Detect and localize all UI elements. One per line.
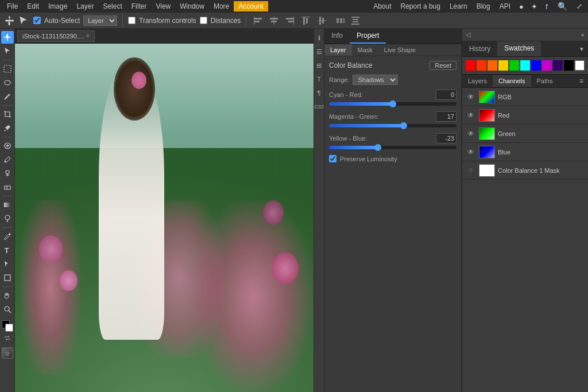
quick-mask-icon[interactable]: Q (2, 347, 13, 359)
layer-row-red[interactable]: 👁 Red (462, 106, 588, 125)
menu-window[interactable]: Window (175, 1, 209, 11)
menu-view[interactable]: View (151, 1, 175, 11)
canvas-tab[interactable]: iStock-1131150290.... × (17, 30, 95, 42)
swap-colors-icon[interactable] (3, 334, 11, 344)
align-middle-icon[interactable] (316, 14, 328, 27)
align-top-icon[interactable] (300, 14, 312, 27)
tool-path-select[interactable] (1, 258, 14, 270)
swatch-green[interactable] (509, 60, 519, 71)
layers-tab-channels[interactable]: Channels (493, 75, 531, 87)
tool-pen[interactable] (1, 230, 14, 243)
swatch-white[interactable] (575, 60, 585, 71)
align-center-icon[interactable] (268, 14, 280, 27)
tool-shape[interactable] (1, 271, 14, 284)
social-facebook-icon[interactable]: f (541, 1, 552, 11)
tool-lasso[interactable] (1, 76, 14, 89)
auto-select-checkbox[interactable] (33, 17, 41, 24)
tool-hand[interactable] (1, 289, 14, 302)
swatch-magenta[interactable] (542, 60, 552, 71)
layer-eye-green[interactable]: 👁 (466, 129, 476, 139)
social-reddit-icon[interactable]: ● (516, 1, 527, 11)
menu-blog[interactable]: Blog (473, 1, 494, 11)
menu-learn[interactable]: Learn (446, 1, 471, 11)
tool-text[interactable]: T (1, 244, 14, 257)
menu-image[interactable]: Image (44, 1, 72, 11)
swatch-red[interactable] (466, 60, 475, 71)
menu-filter[interactable]: Filter (127, 1, 152, 11)
menu-api[interactable]: API (496, 1, 514, 11)
adjustments-icon[interactable]: ⊞ (315, 60, 324, 71)
css-icon[interactable]: CSS (315, 101, 324, 112)
info-icon[interactable]: ℹ (315, 32, 324, 44)
align-right-icon[interactable] (284, 14, 296, 27)
expand-icon[interactable]: ⤢ (573, 1, 586, 11)
swatches-tab[interactable]: Swatches (497, 41, 541, 56)
tool-zoom[interactable] (1, 303, 14, 316)
type-icon[interactable]: T (315, 73, 324, 85)
prop-sub-layer[interactable]: Layer (324, 44, 352, 56)
menu-more[interactable]: More (209, 1, 234, 11)
prop-tab-properties[interactable]: Propert (350, 29, 386, 44)
search-icon[interactable]: 🔍 (554, 1, 571, 12)
distances-checkbox[interactable] (200, 17, 207, 24)
tool-gradient[interactable] (1, 199, 14, 211)
properties-icon[interactable]: ☰ (315, 46, 324, 57)
foreground-color[interactable] (2, 320, 13, 332)
layers-tab-paths[interactable]: Paths (531, 75, 559, 87)
menu-report-bug[interactable]: Report a bug (397, 1, 444, 11)
layer-eye-rgb[interactable]: 👁 (466, 92, 476, 102)
tool-rect-select[interactable] (1, 63, 14, 75)
extra-align-icon[interactable] (349, 14, 362, 27)
layer-select[interactable]: Layer Group (83, 15, 117, 26)
prop-sub-liveshape[interactable]: Live Shape (378, 44, 421, 56)
layer-row-mask[interactable]: 👁 Color Balance 1 Mask (462, 161, 588, 180)
layer-row-blue[interactable]: 👁 Blue (462, 143, 588, 161)
menu-edit[interactable]: Edit (22, 1, 44, 11)
social-twitter-icon[interactable]: ✦ (529, 1, 539, 11)
swatches-dropdown-icon[interactable]: ▼ (575, 46, 588, 52)
tool-dodge[interactable] (1, 212, 14, 225)
menu-layer[interactable]: Layer (72, 1, 98, 11)
tool-magic-wand[interactable] (1, 90, 14, 103)
rp-close-icon[interactable]: × (581, 32, 585, 38)
tool-eraser[interactable] (1, 181, 14, 193)
layer-eye-blue[interactable]: 👁 (466, 147, 476, 157)
reset-button[interactable]: Reset (430, 61, 457, 70)
swatch-dark-purple[interactable] (553, 60, 563, 71)
tool-spot-heal[interactable] (1, 139, 14, 152)
menu-about[interactable]: About (370, 1, 394, 11)
tool-select-arrow[interactable] (1, 45, 14, 57)
swatch-yellow[interactable] (498, 60, 508, 71)
tool-crop[interactable] (1, 108, 14, 121)
distribute-h-icon[interactable] (334, 14, 347, 27)
layers-tab-layers[interactable]: Layers (462, 75, 493, 87)
menu-select[interactable]: Select (98, 1, 126, 11)
layer-row-rgb[interactable]: 👁 RGB (462, 88, 588, 106)
tool-clone[interactable] (1, 167, 14, 180)
layer-eye-red[interactable]: 👁 (466, 110, 476, 121)
tool-move[interactable] (1, 31, 14, 44)
menu-account[interactable]: Account (234, 1, 268, 11)
history-tab[interactable]: History (462, 42, 497, 56)
swatch-black[interactable] (564, 60, 574, 71)
prop-tab-info[interactable]: Info (324, 29, 350, 44)
layer-eye-mask[interactable]: 👁 (466, 165, 476, 176)
tool-eyedropper[interactable] (1, 122, 14, 134)
tool-brush[interactable] (1, 153, 14, 166)
rp-collapse-icon[interactable]: ◁ (466, 31, 470, 38)
preserve-luminosity-row: Preserve Luminosity (329, 155, 457, 162)
layers-more-icon[interactable]: ≡ (575, 75, 588, 87)
transform-controls-checkbox[interactable] (128, 17, 136, 24)
swatch-orange-red[interactable] (477, 60, 486, 71)
paragraph-icon[interactable]: ¶ (315, 87, 324, 99)
align-left-icon[interactable] (252, 14, 264, 27)
layer-row-green[interactable]: 👁 Green (462, 125, 588, 143)
swatch-orange[interactable] (488, 60, 497, 71)
prop-sub-mask[interactable]: Mask (352, 44, 378, 56)
swatch-cyan[interactable] (520, 60, 530, 71)
tab-close-icon[interactable]: × (86, 33, 90, 39)
range-dropdown[interactable]: Shadows Midtones Highlights (353, 75, 398, 85)
swatch-blue[interactable] (531, 60, 541, 71)
menu-file[interactable]: File (2, 1, 22, 11)
preserve-luminosity-checkbox[interactable] (329, 155, 336, 162)
